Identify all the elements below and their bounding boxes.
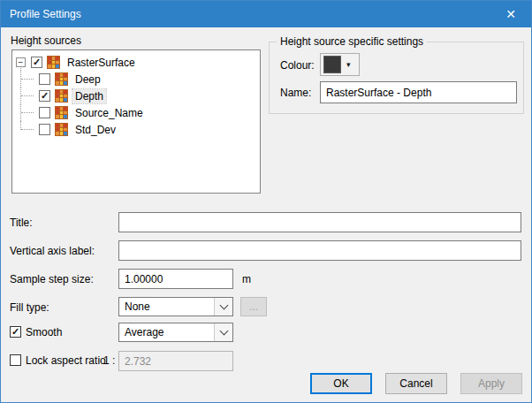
fill-type-more-button: ... <box>240 297 267 316</box>
tree-row-std-dev[interactable]: Std_Dev <box>12 121 260 138</box>
chevron-down-icon <box>219 326 228 335</box>
tree-row-deep[interactable]: Deep <box>12 71 260 87</box>
smooth-select[interactable]: Average <box>118 323 233 342</box>
specific-settings-legend: Height source specific settings <box>277 35 427 48</box>
fill-type-value: None <box>119 300 214 313</box>
tree-checkbox-std-dev[interactable] <box>39 124 50 135</box>
tree-checkbox-deep[interactable] <box>39 73 50 85</box>
close-icon[interactable]: ✕ <box>490 1 531 27</box>
tree-checkbox-source-name[interactable] <box>39 107 50 118</box>
tree-connector <box>21 95 34 96</box>
cancel-button[interactable]: Cancel <box>385 373 447 394</box>
tree-row-source-name[interactable]: Source_Name <box>12 104 260 121</box>
name-label: Name: <box>280 87 311 99</box>
aspect-ratio-input <box>118 351 233 371</box>
tree-row-rastersurface[interactable]: − ✓ RasterSurface <box>12 54 260 71</box>
sample-step-input[interactable] <box>118 269 233 289</box>
height-sources-tree[interactable]: − ✓ RasterSurface Deep ✓ Depth Source_Na… <box>11 49 261 194</box>
raster-icon <box>47 56 60 69</box>
tree-label-deep[interactable]: Deep <box>72 72 103 87</box>
height-sources-label: Height sources <box>11 34 81 47</box>
raster-icon <box>55 106 68 119</box>
tree-checkbox-depth[interactable]: ✓ <box>39 90 50 102</box>
tree-connector <box>21 112 34 113</box>
lock-aspect-label: Lock aspect ratio <box>26 354 106 367</box>
ratio-prefix-label: 1 : <box>103 354 115 367</box>
raster-icon <box>55 89 68 103</box>
profile-settings-dialog: Profile Settings ✕ Height sources − ✓ Ra… <box>0 0 532 403</box>
title-label: Title: <box>10 217 33 229</box>
dialog-buttons: OK Cancel Apply <box>1 373 522 394</box>
combo-arrow-area[interactable] <box>214 323 232 341</box>
smooth-checkbox[interactable]: ✓ <box>10 326 21 338</box>
lock-aspect-checkbox[interactable] <box>10 354 21 366</box>
sample-step-unit: m <box>242 273 251 285</box>
smooth-label: Smooth <box>26 326 62 338</box>
tree-checkbox-rastersurface[interactable]: ✓ <box>31 57 42 68</box>
combo-arrow-area[interactable] <box>214 298 232 316</box>
specific-settings-group: Height source specific settings Colour: … <box>269 42 524 114</box>
tree-label-rastersurface[interactable]: RasterSurface <box>65 56 138 70</box>
vertical-axis-label: Vertical axis label: <box>10 245 95 257</box>
tree-row-depth[interactable]: ✓ Depth <box>12 87 260 104</box>
smooth-value: Average <box>119 326 214 338</box>
tree-label-source-name[interactable]: Source_Name <box>72 106 146 120</box>
fill-type-label: Fill type: <box>10 301 49 314</box>
tree-label-depth[interactable]: Depth <box>72 89 106 103</box>
tree-label-std-dev[interactable]: Std_Dev <box>72 123 118 137</box>
colour-swatch <box>323 56 341 73</box>
tree-connector <box>21 79 34 80</box>
chevron-down-icon <box>219 300 228 309</box>
vertical-axis-input[interactable] <box>118 240 521 261</box>
raster-icon <box>55 72 68 86</box>
apply-button: Apply <box>460 373 522 394</box>
title-input[interactable] <box>118 212 521 232</box>
sample-step-label: Sample step size: <box>10 273 94 285</box>
dropdown-arrow-icon: ▾ <box>346 60 351 69</box>
window-title: Profile Settings <box>1 8 81 20</box>
name-input[interactable] <box>320 81 517 103</box>
colour-label: Colour: <box>280 59 315 72</box>
raster-icon <box>55 123 68 136</box>
tree-connector <box>21 129 34 130</box>
tree-expander-icon[interactable]: − <box>16 57 26 67</box>
colour-dropdown-button[interactable]: ▾ <box>320 53 360 76</box>
ok-button[interactable]: OK <box>310 373 372 394</box>
titlebar[interactable]: Profile Settings ✕ <box>1 1 531 27</box>
fill-type-select[interactable]: None <box>118 297 233 316</box>
